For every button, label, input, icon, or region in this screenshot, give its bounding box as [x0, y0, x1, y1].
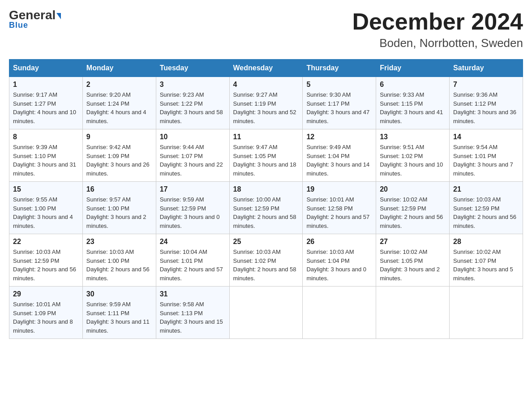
day-number: 8 [13, 133, 79, 141]
week-row-3: 15Sunrise: 9:55 AMSunset: 1:00 PMDayligh… [9, 182, 523, 234]
calendar-cell: 16Sunrise: 9:57 AMSunset: 1:00 PMDayligh… [82, 182, 156, 234]
calendar-cell: 22Sunrise: 10:03 AMSunset: 12:59 PMDayli… [9, 234, 83, 287]
week-row-4: 22Sunrise: 10:03 AMSunset: 12:59 PMDayli… [9, 234, 523, 287]
calendar-cell [376, 287, 450, 339]
day-info: Sunrise: 9:36 AMSunset: 1:12 PMDaylight:… [453, 90, 519, 125]
day-number: 31 [160, 290, 226, 298]
calendar-cell: 25Sunrise: 10:03 AMSunset: 1:02 PMDaylig… [229, 234, 303, 287]
calendar-cell: 12Sunrise: 9:49 AMSunset: 1:04 PMDayligh… [303, 129, 376, 182]
calendar-table: SundayMondayTuesdayWednesdayThursdayFrid… [9, 59, 523, 339]
day-info: Sunrise: 9:49 AMSunset: 1:04 PMDaylight:… [306, 143, 372, 178]
day-number: 19 [306, 185, 372, 193]
day-info: Sunrise: 10:02 AMSunset: 12:59 PMDayligh… [380, 195, 446, 230]
day-info: Sunrise: 10:01 AMSunset: 12:58 PMDayligh… [306, 195, 372, 230]
day-number: 7 [453, 81, 519, 89]
calendar-cell: 13Sunrise: 9:51 AMSunset: 1:02 PMDayligh… [376, 129, 450, 182]
calendar-cell [450, 287, 523, 339]
calendar-cell: 10Sunrise: 9:44 AMSunset: 1:07 PMDayligh… [156, 129, 229, 182]
day-info: Sunrise: 9:59 AMSunset: 1:11 PMDaylight:… [86, 300, 152, 335]
day-info: Sunrise: 10:03 AMSunset: 12:59 PMDayligh… [453, 195, 519, 230]
calendar-cell: 1Sunrise: 9:17 AMSunset: 1:27 PMDaylight… [9, 77, 83, 129]
day-number: 26 [306, 238, 372, 246]
day-info: Sunrise: 10:03 AMSunset: 1:00 PMDaylight… [86, 248, 152, 283]
calendar-cell: 24Sunrise: 10:04 AMSunset: 1:01 PMDaylig… [156, 234, 229, 287]
weekday-header-monday: Monday [82, 60, 156, 77]
day-info: Sunrise: 9:42 AMSunset: 1:09 PMDaylight:… [86, 143, 152, 178]
day-info: Sunrise: 9:27 AMSunset: 1:19 PMDaylight:… [233, 90, 299, 125]
calendar-cell: 7Sunrise: 9:36 AMSunset: 1:12 PMDaylight… [450, 77, 523, 129]
calendar-cell: 30Sunrise: 9:59 AMSunset: 1:11 PMDayligh… [82, 287, 156, 339]
calendar-cell: 5Sunrise: 9:30 AMSunset: 1:17 PMDaylight… [303, 77, 376, 129]
day-number: 14 [453, 133, 519, 141]
logo-sub: Blue [9, 21, 28, 30]
day-info: Sunrise: 10:03 AMSunset: 1:02 PMDaylight… [233, 248, 299, 283]
day-number: 25 [233, 238, 299, 246]
day-number: 27 [380, 238, 446, 246]
logo-main: General [9, 9, 61, 21]
day-number: 4 [233, 81, 299, 89]
day-number: 11 [233, 133, 299, 141]
calendar-cell: 8Sunrise: 9:39 AMSunset: 1:10 PMDaylight… [9, 129, 83, 182]
day-info: Sunrise: 10:00 AMSunset: 12:59 PMDayligh… [233, 195, 299, 230]
day-number: 5 [306, 81, 372, 89]
calendar-cell: 9Sunrise: 9:42 AMSunset: 1:09 PMDaylight… [82, 129, 156, 182]
calendar-cell: 6Sunrise: 9:33 AMSunset: 1:15 PMDaylight… [376, 77, 450, 129]
day-number: 9 [86, 133, 152, 141]
calendar-cell: 3Sunrise: 9:23 AMSunset: 1:22 PMDaylight… [156, 77, 229, 129]
calendar-cell: 4Sunrise: 9:27 AMSunset: 1:19 PMDaylight… [229, 77, 303, 129]
day-number: 3 [160, 81, 226, 89]
day-info: Sunrise: 9:33 AMSunset: 1:15 PMDaylight:… [380, 90, 446, 125]
calendar-cell: 27Sunrise: 10:02 AMSunset: 1:05 PMDaylig… [376, 234, 450, 287]
calendar-cell: 31Sunrise: 9:58 AMSunset: 1:13 PMDayligh… [156, 287, 229, 339]
day-number: 2 [86, 81, 152, 89]
day-number: 23 [86, 238, 152, 246]
calendar-cell: 15Sunrise: 9:55 AMSunset: 1:00 PMDayligh… [9, 182, 83, 234]
day-info: Sunrise: 10:03 AMSunset: 1:04 PMDaylight… [306, 248, 372, 283]
day-info: Sunrise: 9:39 AMSunset: 1:10 PMDaylight:… [13, 143, 79, 178]
location-title: Boden, Norrbotten, Sweden [352, 36, 523, 50]
day-info: Sunrise: 9:54 AMSunset: 1:01 PMDaylight:… [453, 143, 519, 178]
day-info: Sunrise: 9:20 AMSunset: 1:24 PMDaylight:… [86, 90, 152, 125]
day-number: 12 [306, 133, 372, 141]
day-number: 30 [86, 290, 152, 298]
day-info: Sunrise: 10:04 AMSunset: 1:01 PMDaylight… [160, 248, 226, 283]
day-number: 29 [13, 290, 79, 298]
title-area: December 2024 Boden, Norrbotten, Sweden [352, 9, 523, 50]
day-info: Sunrise: 9:23 AMSunset: 1:22 PMDaylight:… [160, 90, 226, 125]
weekday-header-sunday: Sunday [9, 60, 83, 77]
day-number: 17 [160, 185, 226, 193]
day-number: 28 [453, 238, 519, 246]
day-info: Sunrise: 10:02 AMSunset: 1:05 PMDaylight… [380, 248, 446, 283]
weekday-header-wednesday: Wednesday [229, 60, 303, 77]
month-title: December 2024 [352, 9, 523, 34]
calendar-cell: 14Sunrise: 9:54 AMSunset: 1:01 PMDayligh… [450, 129, 523, 182]
weekday-header-tuesday: Tuesday [156, 60, 229, 77]
day-number: 1 [13, 81, 79, 89]
week-row-5: 29Sunrise: 10:01 AMSunset: 1:09 PMDaylig… [9, 287, 523, 339]
day-info: Sunrise: 10:01 AMSunset: 1:09 PMDaylight… [13, 300, 79, 335]
day-info: Sunrise: 9:55 AMSunset: 1:00 PMDaylight:… [13, 195, 79, 230]
day-number: 13 [380, 133, 446, 141]
day-info: Sunrise: 10:02 AMSunset: 1:07 PMDaylight… [453, 248, 519, 283]
calendar-cell: 21Sunrise: 10:03 AMSunset: 12:59 PMDayli… [450, 182, 523, 234]
day-number: 21 [453, 185, 519, 193]
calendar-cell: 17Sunrise: 9:59 AMSunset: 12:59 PMDaylig… [156, 182, 229, 234]
day-number: 15 [13, 185, 79, 193]
day-info: Sunrise: 10:03 AMSunset: 12:59 PMDayligh… [13, 248, 79, 283]
day-number: 18 [233, 185, 299, 193]
week-row-1: 1Sunrise: 9:17 AMSunset: 1:27 PMDaylight… [9, 77, 523, 129]
logo: General Blue [9, 9, 61, 30]
header: General Blue December 2024 Boden, Norrbo… [9, 9, 523, 50]
calendar-cell: 23Sunrise: 10:03 AMSunset: 1:00 PMDaylig… [82, 234, 156, 287]
calendar-cell: 20Sunrise: 10:02 AMSunset: 12:59 PMDayli… [376, 182, 450, 234]
day-number: 20 [380, 185, 446, 193]
weekday-header-friday: Friday [376, 60, 450, 77]
day-number: 22 [13, 238, 79, 246]
day-info: Sunrise: 9:57 AMSunset: 1:00 PMDaylight:… [86, 195, 152, 230]
day-number: 10 [160, 133, 226, 141]
weekday-header-row: SundayMondayTuesdayWednesdayThursdayFrid… [9, 60, 523, 77]
calendar-cell [229, 287, 303, 339]
weekday-header-saturday: Saturday [450, 60, 523, 77]
day-info: Sunrise: 9:58 AMSunset: 1:13 PMDaylight:… [160, 300, 226, 335]
week-row-2: 8Sunrise: 9:39 AMSunset: 1:10 PMDaylight… [9, 129, 523, 182]
